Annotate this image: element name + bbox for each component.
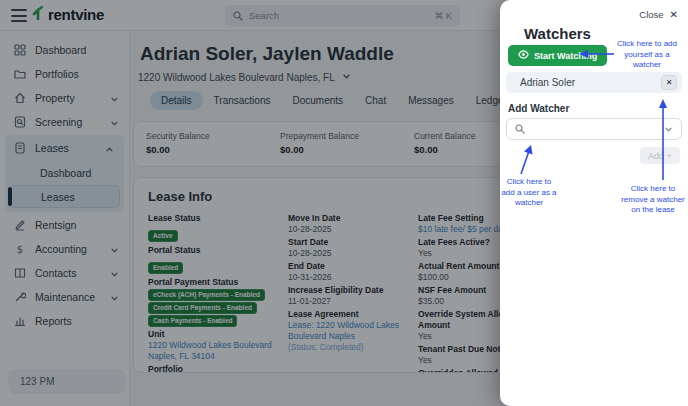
close-icon: ✕ <box>670 9 678 20</box>
remove-icon: ✕ <box>666 78 673 87</box>
add-watcher-input[interactable] <box>531 124 658 134</box>
annotation-add-user: Click here to add a user as a watcher <box>500 177 558 209</box>
eye-icon <box>518 50 529 61</box>
add-watcher-label: Add Watcher <box>508 103 569 114</box>
annotation-remove-watcher: Click here to remove a watcher on the le… <box>620 184 686 216</box>
search-icon <box>515 120 525 138</box>
close-button[interactable]: Close ✕ <box>639 9 678 20</box>
watchers-panel: Close ✕ Watchers Start Watching Adrian S… <box>500 0 688 406</box>
arrow-up-icon <box>516 144 538 176</box>
arrow-left-icon <box>578 48 616 60</box>
annotation-add-yourself: Click here to add yourself as a watcher <box>612 39 682 71</box>
panel-title: Watchers <box>524 25 591 42</box>
arrow-up-long-icon <box>655 98 671 182</box>
watcher-name: Adrian Soler <box>520 77 661 88</box>
watcher-list-item: Adrian Soler ✕ <box>506 72 682 93</box>
remove-watcher-button[interactable]: ✕ <box>661 75 677 90</box>
